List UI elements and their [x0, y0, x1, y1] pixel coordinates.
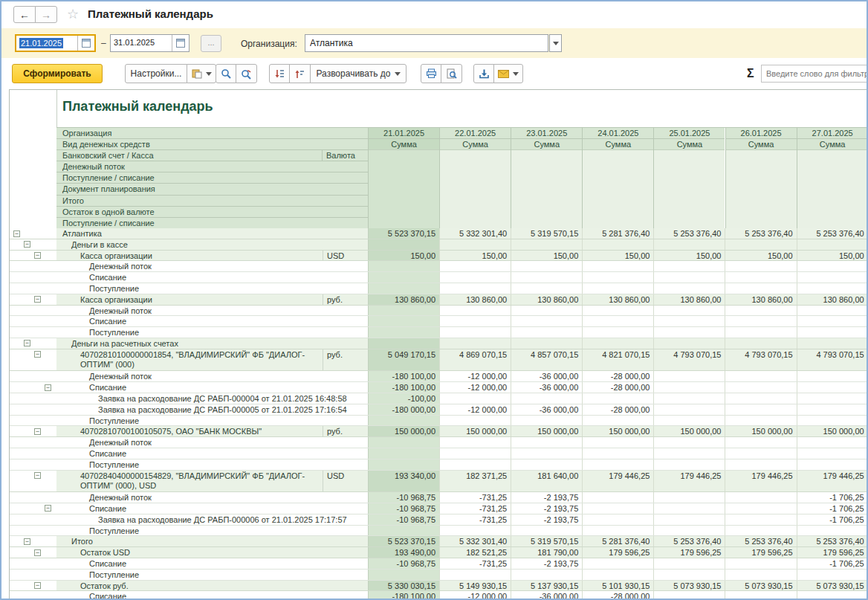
amount-cell[interactable]: -1 706,25: [797, 492, 867, 503]
row-label-cell[interactable]: 40702810700100105075, ОАО "БАНК МОСКВЫ": [56, 426, 323, 436]
amount-cell[interactable]: [368, 239, 439, 250]
amount-cell[interactable]: 5 073 930,15: [653, 581, 725, 591]
amount-column-header[interactable]: Сумма: [440, 139, 511, 150]
amount-cell[interactable]: [582, 416, 653, 426]
amount-cell[interactable]: [582, 316, 653, 326]
amount-cell[interactable]: 150,00: [439, 251, 511, 261]
amount-cell[interactable]: [653, 393, 725, 404]
amount-cell[interactable]: [725, 526, 796, 536]
collapse-rows-button[interactable]: [289, 64, 311, 83]
row-label-cell[interactable]: Поступление: [56, 416, 368, 426]
row-label-cell[interactable]: Денежный поток: [56, 306, 368, 316]
amount-cell[interactable]: [511, 239, 582, 250]
amount-cell[interactable]: 179 446,25: [582, 471, 653, 492]
amount-cell[interactable]: 5 253 376,40: [725, 228, 796, 239]
amount-cell[interactable]: [511, 261, 582, 271]
amount-cell[interactable]: 130 860,00: [582, 294, 653, 305]
amount-cell[interactable]: 179 596,25: [653, 547, 725, 558]
amount-cell[interactable]: 5 253 376,40: [725, 536, 796, 546]
amount-cell[interactable]: [439, 448, 511, 459]
amount-cell[interactable]: [797, 448, 867, 459]
amount-cell[interactable]: 130 860,00: [725, 294, 796, 305]
amount-cell[interactable]: [725, 416, 796, 426]
send-email-button[interactable]: [493, 64, 523, 83]
amount-cell[interactable]: [511, 283, 582, 294]
amount-cell[interactable]: [725, 261, 796, 271]
amount-cell[interactable]: [653, 514, 725, 525]
amount-cell[interactable]: 5 319 570,15: [511, 228, 582, 239]
amount-cell[interactable]: [725, 448, 796, 459]
amount-cell[interactable]: [439, 261, 511, 271]
amount-cell[interactable]: 130 860,00: [511, 294, 582, 305]
row-label-cell[interactable]: Поступление: [56, 459, 368, 470]
amount-cell[interactable]: -2 193,75: [511, 514, 582, 525]
tree-expander-icon[interactable]: −: [45, 384, 51, 391]
amount-cell[interactable]: 179 596,25: [582, 547, 653, 558]
amount-cell[interactable]: [797, 283, 867, 294]
amount-cell[interactable]: -180 100,00: [368, 382, 439, 393]
amount-cell[interactable]: [582, 327, 653, 338]
amount-cell[interactable]: 130 860,00: [368, 294, 439, 305]
amount-cell[interactable]: 5 319 570,15: [511, 536, 582, 546]
amount-cell[interactable]: [582, 492, 653, 503]
amount-cell[interactable]: [797, 261, 867, 271]
print-button[interactable]: [421, 64, 442, 83]
amount-cell[interactable]: 150,00: [797, 251, 867, 261]
amount-cell[interactable]: [797, 272, 867, 283]
amount-cell[interactable]: 5 332 301,40: [439, 536, 511, 546]
amount-cell[interactable]: 150 000,00: [439, 426, 511, 436]
amount-cell[interactable]: [653, 239, 725, 250]
amount-cell[interactable]: [582, 570, 653, 580]
amount-cell[interactable]: 150 000,00: [653, 426, 725, 436]
amount-cell[interactable]: -36 000,00: [511, 382, 582, 393]
header-label-cell[interactable]: Банковский счет / Касса: [56, 150, 322, 161]
amount-cell[interactable]: 5 523 370,15: [368, 228, 439, 239]
amount-column-header[interactable]: Сумма: [797, 139, 867, 150]
currency-cell[interactable]: руб.: [323, 349, 368, 371]
amount-cell[interactable]: -10 968,75: [368, 503, 439, 514]
amount-cell[interactable]: [511, 459, 582, 470]
amount-column-header[interactable]: Сумма: [726, 139, 797, 150]
row-label-cell[interactable]: Остаток руб.: [56, 581, 368, 591]
amount-cell[interactable]: 179 446,25: [653, 471, 725, 492]
amount-cell[interactable]: 5 523 370,15: [368, 536, 439, 546]
header-label-cell[interactable]: Поступление / списание: [56, 218, 368, 228]
amount-cell[interactable]: [725, 283, 796, 294]
amount-cell[interactable]: 182 371,25: [439, 471, 511, 492]
header-label-cell[interactable]: Вид денежных средств: [56, 139, 368, 149]
report-variants-button[interactable]: [187, 64, 216, 83]
amount-cell[interactable]: -2 193,75: [511, 503, 582, 514]
amount-cell[interactable]: -731,25: [439, 558, 511, 569]
quick-filter-input[interactable]: [761, 65, 868, 83]
forward-button[interactable]: →: [35, 6, 57, 23]
amount-cell[interactable]: [653, 404, 725, 415]
amount-cell[interactable]: [725, 404, 796, 415]
amount-cell[interactable]: 130 860,00: [797, 294, 867, 305]
amount-cell[interactable]: [511, 393, 582, 404]
amount-cell[interactable]: [653, 371, 725, 381]
amount-cell[interactable]: -12 000,00: [439, 371, 511, 381]
date-column-header[interactable]: 23.01.2025: [511, 128, 582, 139]
amount-cell[interactable]: -12 000,00: [439, 382, 511, 393]
amount-cell[interactable]: [725, 514, 796, 525]
header-label-cell[interactable]: Поступление / списание: [56, 172, 368, 183]
amount-cell[interactable]: [368, 448, 439, 459]
amount-cell[interactable]: 150 000,00: [582, 426, 653, 436]
amount-cell[interactable]: [653, 316, 725, 326]
row-label-cell[interactable]: Денежный поток: [56, 261, 368, 271]
amount-cell[interactable]: 5 332 301,40: [439, 228, 511, 239]
date-column-header[interactable]: 25.01.2025: [654, 128, 725, 139]
amount-cell[interactable]: [653, 283, 725, 294]
amount-cell[interactable]: [797, 371, 867, 381]
amount-cell[interactable]: -10 968,75: [368, 514, 439, 525]
row-label-cell[interactable]: Заявка на расходование ДС РАБП-000006 от…: [56, 514, 368, 525]
amount-cell[interactable]: [439, 459, 511, 470]
currency-cell[interactable]: USD: [323, 251, 368, 261]
row-label-cell[interactable]: Списание: [56, 558, 368, 569]
row-label-cell[interactable]: Поступление: [56, 283, 368, 294]
row-label-cell[interactable]: Списание: [56, 316, 368, 326]
amount-cell[interactable]: [797, 306, 867, 316]
amount-cell[interactable]: [797, 437, 867, 448]
sigma-totals-icon[interactable]: Σ: [747, 67, 754, 80]
date-to-calendar-button[interactable]: [172, 35, 189, 51]
